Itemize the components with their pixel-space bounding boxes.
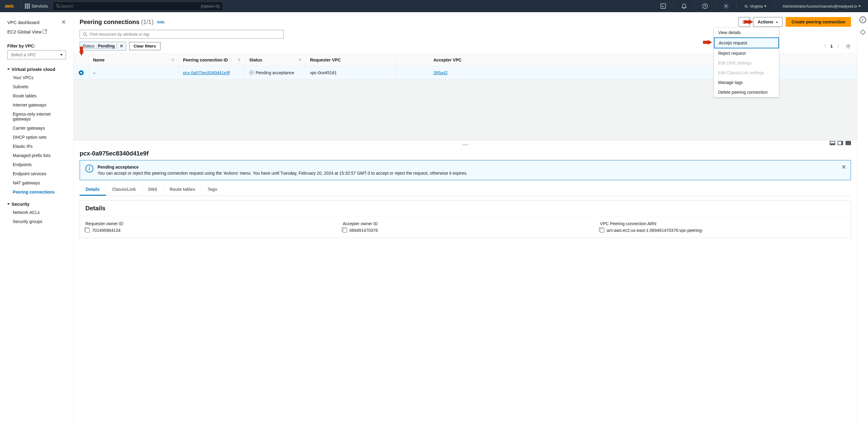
svg-point-6: [83, 33, 86, 35]
arn-label: VPC Peering connection ARN: [600, 221, 845, 226]
tab-tags[interactable]: Tags: [202, 184, 224, 196]
panel-resize-handle[interactable]: ══: [73, 140, 857, 149]
sidebar-item-egress-gateways[interactable]: Egress-only internet gateways: [13, 110, 66, 123]
region-selector[interactable]: N. Virginia: [742, 4, 769, 8]
aws-logo[interactable]: aws: [5, 3, 14, 9]
page-title: Peering connections (1/1): [80, 19, 153, 26]
help-rail: i: [857, 12, 868, 426]
sort-icon[interactable]: ▽: [172, 58, 174, 61]
detail-title: pcx-0a975ec8340d41e9f: [73, 149, 857, 160]
close-sidebar-icon[interactable]: ✕: [61, 19, 66, 26]
rail-diagram-icon[interactable]: [860, 29, 866, 35]
help-icon[interactable]: ?: [700, 1, 710, 11]
settings-icon[interactable]: [721, 1, 731, 11]
sidebar-item-nat-gateways[interactable]: NAT gateways: [13, 178, 66, 188]
page-number: 1: [830, 44, 833, 49]
vpc-select[interactable]: Select a VPC: [7, 50, 66, 59]
menu-accept-request[interactable]: Accept request: [714, 37, 779, 48]
layout-full-icon[interactable]: [845, 141, 851, 145]
cell-name: –: [89, 66, 179, 79]
sidebar-item-endpoint-services[interactable]: Endpoint services: [13, 169, 66, 178]
global-search[interactable]: [Option+S]: [53, 2, 223, 11]
callout-arrow-icon: [79, 47, 84, 56]
callout-arrow-icon: [703, 40, 712, 45]
details-panel: Details Requester owner ID 701495964134 …: [80, 200, 851, 238]
search-icon: [56, 4, 60, 8]
svg-line-1: [59, 7, 60, 8]
accepter-vpc-link[interactable]: 395a42: [433, 70, 448, 75]
sidebar-item-your-vpcs[interactable]: Your VPCs: [13, 73, 66, 82]
callout-arrow-icon: [744, 20, 753, 24]
filter-input[interactable]: [90, 32, 281, 36]
services-menu[interactable]: Services: [25, 4, 48, 8]
pagination: 〈 1 〉: [822, 44, 851, 49]
create-peering-button[interactable]: Create peering connection: [786, 17, 851, 27]
sidebar-item-carrier-gateways[interactable]: Carrier gateways: [13, 123, 66, 133]
sidebar: VPC dashboard✕ EC2 Global View Filter by…: [0, 12, 73, 426]
svg-point-5: [725, 5, 727, 7]
sidebar-item-prefix-lists[interactable]: Managed prefix lists: [13, 151, 66, 160]
svg-point-0: [57, 4, 59, 7]
row-radio[interactable]: [79, 70, 84, 75]
cell-requester: vpc-0ce45161: [306, 66, 397, 79]
sort-icon[interactable]: ▽: [238, 58, 240, 61]
notifications-icon[interactable]: [679, 1, 689, 11]
banner-close-icon[interactable]: ✕: [841, 163, 846, 171]
info-banner: i Pending acceptance You can accept or r…: [80, 160, 851, 180]
layout-side-icon[interactable]: [838, 141, 843, 145]
chip-remove-icon[interactable]: ✕: [117, 43, 123, 49]
sidebar-item-network-acls[interactable]: Network ACLs: [13, 208, 66, 217]
external-icon: [43, 30, 47, 33]
banner-body: You can accept or reject this peering co…: [98, 171, 467, 176]
menu-view-details[interactable]: View details: [714, 28, 779, 37]
next-page[interactable]: 〉: [837, 44, 841, 49]
sidebar-item-elastic-ips[interactable]: Elastic IPs: [13, 142, 66, 151]
tab-route-tables[interactable]: Route tables: [163, 184, 202, 196]
menu-delete-peering[interactable]: Delete peering connection: [714, 87, 779, 97]
grid-icon: [25, 4, 30, 8]
nav-section-security[interactable]: Security: [7, 200, 66, 208]
nav-section-vpc[interactable]: Virtual private cloud: [7, 65, 66, 73]
acc-owner-value: 069491470376: [349, 228, 378, 233]
vpc-dashboard-link[interactable]: VPC dashboard: [7, 20, 39, 25]
sidebar-item-peering[interactable]: Peering connections: [13, 188, 66, 197]
info-icon: i: [85, 165, 93, 173]
main-content: Peering connections (1/1) Info Actions C…: [73, 12, 857, 426]
search-shortcut: [Option+S]: [201, 4, 220, 8]
arn-value: arn:aws:ec2:us-east-1:069491470376:vpc-p…: [607, 228, 703, 233]
sidebar-item-endpoints[interactable]: Endpoints: [13, 160, 66, 169]
tab-details[interactable]: Details: [80, 184, 106, 196]
sidebar-item-internet-gateways[interactable]: Internet gateways: [13, 101, 66, 110]
filter-vpc-label: Filter by VPC:: [0, 40, 73, 50]
peering-id-link[interactable]: pcx-0a975ec8340d41e9f: [183, 70, 230, 75]
actions-button[interactable]: Actions: [753, 17, 783, 27]
clear-filters-button[interactable]: Clear filters: [129, 42, 160, 50]
table-settings-icon[interactable]: [845, 44, 851, 49]
svg-marker-9: [860, 30, 865, 35]
details-heading: Details: [80, 201, 851, 216]
sort-icon[interactable]: ▽: [299, 58, 301, 61]
resource-filter[interactable]: [80, 30, 284, 39]
copy-icon[interactable]: [600, 228, 604, 232]
rail-info-icon[interactable]: i: [860, 17, 866, 23]
layout-bottom-icon[interactable]: [830, 141, 835, 145]
account-menu[interactable]: AdministratorAccess/marcelo@readyset.io: [780, 4, 863, 8]
sidebar-item-security-groups[interactable]: Security groups: [13, 217, 66, 226]
copy-icon[interactable]: [85, 228, 90, 232]
prev-page[interactable]: 〈: [822, 44, 826, 49]
tab-classiclink[interactable]: ClassicLink: [106, 184, 142, 196]
filter-chip-status[interactable]: Status : Pending ✕: [80, 42, 126, 51]
menu-reject-request[interactable]: Reject request: [714, 48, 779, 58]
svg-point-8: [848, 45, 849, 47]
copy-icon[interactable]: [343, 228, 347, 232]
search-input[interactable]: [60, 4, 200, 8]
menu-manage-tags[interactable]: Manage tags: [714, 78, 779, 87]
tab-dns[interactable]: DNS: [142, 184, 164, 196]
info-link[interactable]: Info: [157, 20, 164, 24]
sidebar-item-dhcp[interactable]: DHCP option sets: [13, 133, 66, 142]
pending-icon: ⏱: [249, 70, 254, 75]
sidebar-item-route-tables[interactable]: Route tables: [13, 91, 66, 101]
cloudshell-icon[interactable]: [658, 1, 668, 11]
ec2-global-link[interactable]: EC2 Global View: [7, 29, 47, 34]
sidebar-item-subnets[interactable]: Subnets: [13, 82, 66, 91]
